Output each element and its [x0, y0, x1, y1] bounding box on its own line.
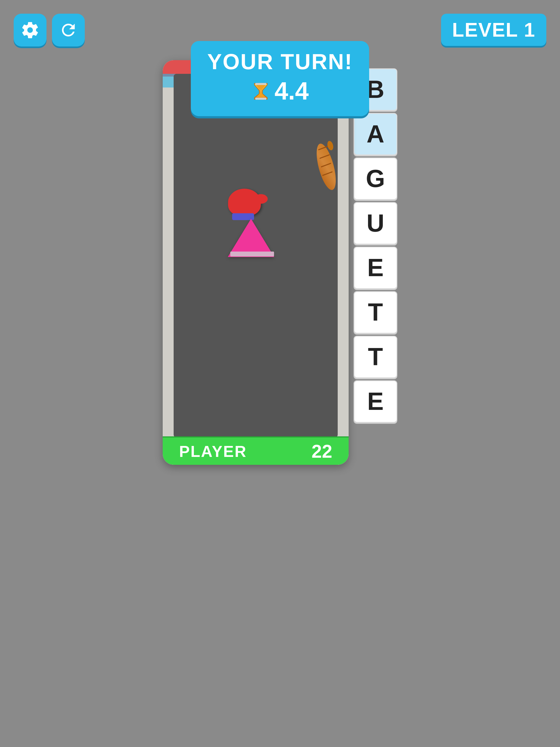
- game-track[interactable]: PLAYER 22: [163, 60, 349, 465]
- svg-rect-3: [255, 83, 266, 85]
- letter-tile-2[interactable]: G: [354, 157, 397, 200]
- baguette-icon: [311, 139, 341, 194]
- turn-title: YOUR TURN!: [207, 49, 353, 74]
- letter-tile-7[interactable]: E: [354, 380, 397, 423]
- gear-icon: [21, 21, 40, 40]
- turn-banner: YOUR TURN! 4.4: [191, 41, 369, 116]
- obstacle-triangle: [228, 219, 274, 257]
- game-board-container: PLAYER 22 B A G U E T T E: [163, 60, 397, 465]
- player-score: 22: [311, 440, 332, 462]
- hourglass-icon: [251, 82, 271, 101]
- letter-tile-6[interactable]: T: [354, 336, 397, 378]
- letter-tile-5[interactable]: T: [354, 291, 397, 334]
- refresh-button[interactable]: [52, 14, 85, 47]
- obstacle-base: [230, 252, 274, 256]
- letter-tile-3[interactable]: U: [354, 202, 397, 244]
- timer-value: 4.4: [275, 77, 309, 105]
- settings-button[interactable]: [14, 14, 47, 47]
- level-badge: LEVEL 1: [441, 14, 546, 46]
- level-label: LEVEL 1: [452, 19, 535, 41]
- player-label: PLAYER: [179, 442, 247, 460]
- glove-body: [228, 189, 261, 216]
- glove-thumb: [254, 194, 268, 204]
- letter-tile-4[interactable]: E: [354, 247, 397, 289]
- svg-point-5: [313, 141, 339, 192]
- word-column: B A G U E T T E: [354, 68, 397, 423]
- player-character: [228, 189, 261, 216]
- svg-point-10: [327, 140, 334, 151]
- svg-rect-4: [255, 98, 266, 100]
- player-bar: PLAYER 22: [163, 437, 349, 465]
- top-left-controls: [14, 14, 85, 47]
- refresh-icon: [59, 21, 78, 40]
- letter-tile-1[interactable]: A: [354, 113, 397, 155]
- timer-row: 4.4: [207, 77, 353, 105]
